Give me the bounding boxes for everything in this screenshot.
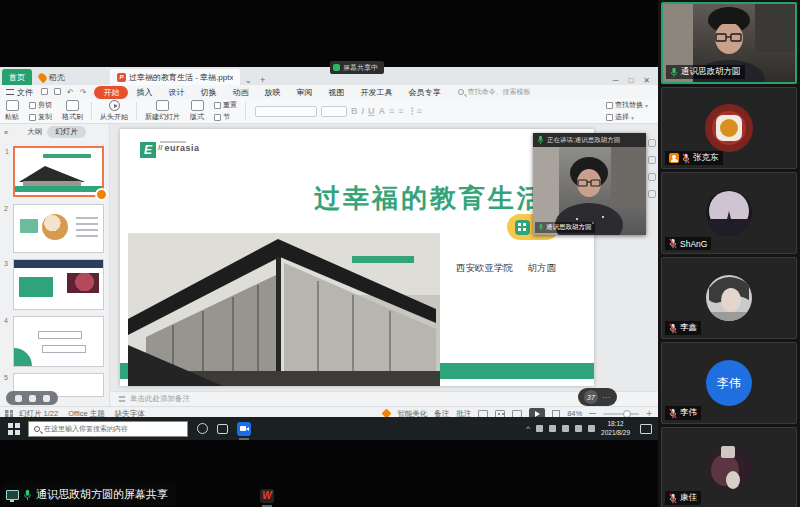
italic-button[interactable]: I bbox=[362, 106, 365, 116]
ribbon-divider bbox=[245, 102, 246, 120]
align-left-button[interactable]: ≡ bbox=[389, 106, 394, 116]
battery-icon[interactable] bbox=[536, 425, 543, 432]
menu-tab-review[interactable]: 审阅 bbox=[288, 87, 320, 98]
start-button[interactable] bbox=[8, 423, 20, 435]
menu-tab-devtools[interactable]: 开发工具 bbox=[352, 87, 400, 98]
minimize-button[interactable]: ─ bbox=[613, 76, 619, 85]
share-status-text: 屏幕共享中 bbox=[343, 63, 378, 73]
save-icon[interactable] bbox=[41, 88, 48, 95]
tab-outline[interactable]: 大纲 bbox=[27, 127, 42, 137]
new-slide-button[interactable]: 新建幻灯片 bbox=[140, 100, 185, 122]
underline-button[interactable]: U bbox=[368, 106, 375, 116]
zoom-out-button[interactable] bbox=[589, 413, 596, 415]
menu-tab-slideshow[interactable]: 放映 bbox=[256, 87, 288, 98]
rail-icon[interactable] bbox=[648, 139, 656, 147]
participant-tile-liwei[interactable]: 李伟 李伟 bbox=[661, 342, 797, 424]
quick-tools-pill[interactable] bbox=[6, 391, 58, 405]
find-replace-button[interactable]: 查找替换 ▾ bbox=[606, 100, 648, 110]
font-color-button[interactable]: A bbox=[379, 106, 386, 116]
bold-button[interactable]: B bbox=[351, 106, 358, 116]
select-button[interactable]: 选择 ▾ bbox=[606, 112, 648, 122]
rail-icon[interactable] bbox=[648, 156, 656, 164]
undo-icon[interactable]: ↶ bbox=[67, 88, 74, 97]
layout-button[interactable]: 版式 bbox=[185, 100, 209, 122]
slide-canvas[interactable]: E // eurasia 过幸福的教育生活 bbox=[120, 129, 594, 386]
file-menu-button[interactable]: 文件 bbox=[0, 87, 41, 98]
format-painter-button[interactable]: 格式刷 bbox=[57, 100, 88, 122]
play-from-start-button[interactable]: 从头开始 bbox=[95, 100, 133, 122]
notes-bar[interactable]: 单击此处添加备注 bbox=[110, 391, 658, 406]
action-center-icon[interactable] bbox=[640, 424, 652, 434]
copy-button[interactable]: 复制 bbox=[29, 112, 52, 122]
volume-icon[interactable] bbox=[562, 425, 569, 432]
input-method-icon[interactable] bbox=[588, 425, 595, 432]
participant-tile-shang[interactable]: ShAnG bbox=[661, 172, 797, 254]
list-button[interactable]: ⋮≡ bbox=[408, 106, 422, 116]
paste-button[interactable]: 粘贴 bbox=[0, 100, 24, 122]
participant-tile-zhangkedong[interactable]: 张克东 bbox=[661, 87, 797, 169]
redo-icon[interactable]: ↷ bbox=[80, 88, 87, 97]
reset-button[interactable]: 重置 bbox=[214, 100, 237, 110]
tool-icon[interactable] bbox=[29, 395, 36, 402]
taskbar-clock[interactable]: 18:12 2021/8/29 bbox=[601, 420, 630, 436]
menu-tab-view[interactable]: 视图 bbox=[320, 87, 352, 98]
panel-header: « 大纲 幻灯片 bbox=[0, 124, 109, 140]
new-tab-button[interactable]: + bbox=[256, 75, 269, 85]
slide-thumbnail-2[interactable]: 2 bbox=[13, 204, 104, 253]
participant-tile-lixin[interactable]: 李鑫 bbox=[661, 257, 797, 339]
zoom-slider[interactable] bbox=[603, 413, 639, 415]
logo-wordmark: eurasia bbox=[164, 143, 199, 153]
font-size-select[interactable] bbox=[321, 106, 347, 117]
rail-icon[interactable] bbox=[648, 190, 656, 198]
panel-collapse-button[interactable]: « bbox=[4, 128, 8, 137]
screen-share-banner: 通识思政胡方圆的屏幕共享 bbox=[2, 484, 176, 505]
share-status-pill[interactable]: 屏幕共享中 bbox=[330, 61, 384, 74]
participant-tile-kangjia[interactable]: 康佳 bbox=[661, 427, 797, 507]
slide-thumbnail-3[interactable]: 3 bbox=[13, 259, 104, 310]
participant-name: 康佳 bbox=[680, 492, 697, 504]
tab-list-caret-icon[interactable]: ⌄ bbox=[240, 75, 256, 85]
tool-icon[interactable] bbox=[15, 395, 22, 402]
meeting-app-icon[interactable] bbox=[237, 422, 251, 436]
wps-app-icon[interactable]: W bbox=[260, 489, 274, 503]
menu-tab-home[interactable]: 开始 bbox=[94, 86, 128, 99]
wps-home-tab[interactable]: 首页 bbox=[2, 69, 32, 85]
quick-access-toolbar: ↶ ↷ bbox=[41, 88, 94, 97]
thumb2-bullet-art bbox=[76, 223, 98, 225]
tray-expand-icon[interactable]: ^ bbox=[526, 424, 530, 433]
print-icon[interactable] bbox=[54, 88, 61, 95]
close-button[interactable]: ✕ bbox=[643, 76, 650, 85]
thumb-number: 5 bbox=[4, 374, 8, 381]
tool-icon[interactable] bbox=[43, 395, 50, 402]
thumb2-dog-photo-art bbox=[42, 214, 68, 240]
thumb3-header-art bbox=[14, 260, 103, 268]
tab-slides[interactable]: 幻灯片 bbox=[47, 126, 86, 138]
participant-tile-huhangyuan[interactable]: 通识思政胡方圆 bbox=[661, 2, 797, 84]
font-name-select[interactable] bbox=[255, 106, 317, 117]
task-view-button[interactable] bbox=[217, 424, 228, 434]
command-search[interactable]: 查找命令、搜索模板 bbox=[458, 87, 530, 97]
title-underline-bar bbox=[352, 256, 414, 263]
menu-tab-animation[interactable]: 动画 bbox=[224, 87, 256, 98]
wps-docer-tab[interactable]: 稻壳 bbox=[32, 69, 72, 85]
speaker-webcam-overlay[interactable]: 正在讲话:通识思政胡方圆 bbox=[533, 133, 646, 235]
slide-thumbnail-panel: « 大纲 幻灯片 1 2 bbox=[0, 124, 110, 406]
wps-document-tab[interactable]: P 过幸福的教育生活 - 幸福.pptx bbox=[110, 69, 240, 85]
taskbar-search-box[interactable]: 在这里输入你要搜索的内容 bbox=[28, 421, 188, 437]
network-icon[interactable] bbox=[575, 425, 582, 432]
menu-tab-member[interactable]: 会员专享 bbox=[400, 87, 448, 98]
floating-ball[interactable]: 37 ⋯ bbox=[578, 388, 617, 406]
bluetooth-icon[interactable] bbox=[549, 425, 556, 432]
slide-thumbnail-4[interactable]: 4 bbox=[13, 316, 104, 367]
menu-tab-design[interactable]: 设计 bbox=[160, 87, 192, 98]
beautify-badge[interactable] bbox=[95, 188, 108, 201]
cut-button[interactable]: 剪切 bbox=[29, 100, 52, 110]
section-button[interactable]: 节 bbox=[214, 112, 237, 122]
slide-thumbnail-1[interactable]: 1 bbox=[13, 146, 104, 197]
menu-tab-insert[interactable]: 插入 bbox=[128, 87, 160, 98]
maximize-button[interactable]: □ bbox=[628, 76, 633, 85]
rail-icon[interactable] bbox=[648, 173, 656, 181]
align-center-button[interactable]: ≡ bbox=[398, 106, 403, 116]
cortana-button[interactable] bbox=[197, 423, 208, 434]
menu-tab-transition[interactable]: 切换 bbox=[192, 87, 224, 98]
